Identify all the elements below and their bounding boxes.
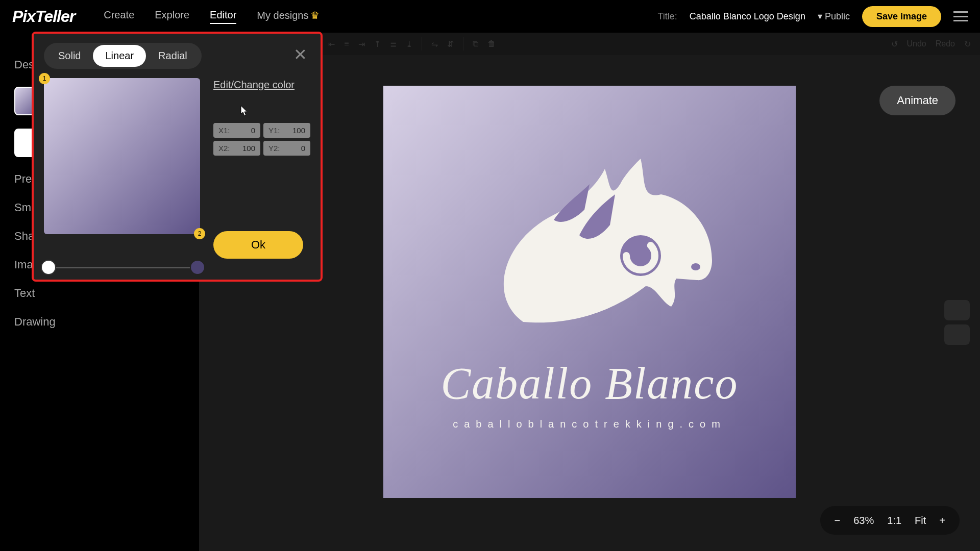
zoom-bar: − 63% 1:1 Fit + (820, 506, 960, 535)
horse-logo (457, 154, 722, 337)
popover-body: 1 2 Edit/Change color X1:0 Y1:100 X2:100… (44, 78, 310, 259)
sidebar-item-text[interactable]: Text (14, 287, 185, 300)
align-vcenter-icon[interactable]: ≣ (390, 39, 397, 49)
coord-y2-value: 0 (301, 144, 305, 153)
redo-label[interactable]: Redo (936, 39, 955, 48)
gradient-stop-1[interactable]: 1 (39, 73, 50, 84)
ok-button[interactable]: Ok (213, 231, 303, 259)
animate-button[interactable]: Animate (879, 86, 955, 115)
gradient-slider[interactable] (44, 267, 202, 268)
copy-icon[interactable]: ⧉ (473, 39, 478, 48)
gradient-popover: Solid Linear Radial ✕ 1 2 Edit/Change co… (32, 32, 323, 282)
zoom-percent[interactable]: 63% (853, 515, 874, 527)
side-panel-add2[interactable] (944, 324, 970, 345)
align-bottom-icon[interactable]: ⤓ (406, 39, 412, 49)
gradient-slider-handle-start[interactable] (41, 260, 56, 275)
gradient-stop-2[interactable]: 2 (194, 228, 205, 239)
save-button[interactable]: Save image (862, 6, 941, 27)
crown-icon: ♛ (310, 10, 320, 21)
side-panel-add[interactable] (944, 300, 970, 320)
nav-mydesigns[interactable]: My designs♛ (257, 9, 320, 24)
coord-y1[interactable]: Y1:100 (263, 123, 310, 138)
svg-point-1 (691, 263, 700, 270)
undo-label[interactable]: Undo (907, 39, 926, 48)
brand-name-text: Caballo Blanco (441, 358, 739, 409)
tab-radial[interactable]: Radial (146, 45, 200, 67)
trash-icon[interactable]: 🗑 (487, 39, 496, 48)
coord-x2-value: 100 (242, 144, 255, 153)
align-top-icon[interactable]: ⤒ (374, 39, 381, 49)
menu-icon[interactable] (953, 11, 968, 21)
doc-title-value[interactable]: Caballo Blanco Logo Design (690, 11, 805, 22)
nav-editor[interactable]: Editor (210, 9, 236, 24)
zoom-minus[interactable]: − (835, 515, 841, 527)
align-left-icon[interactable]: ⇤ (328, 39, 335, 49)
coord-grid: X1:0 Y1:100 X2:100 Y2:0 (213, 123, 310, 156)
flip-h-icon[interactable]: ⇋ (431, 39, 438, 49)
coord-x1-label: X1: (218, 126, 230, 135)
tab-solid[interactable]: Solid (46, 45, 93, 67)
nav-create[interactable]: Create (104, 9, 134, 24)
right-side-panels (944, 300, 970, 345)
popover-right-col: Edit/Change color X1:0 Y1:100 X2:100 Y2:… (213, 78, 310, 259)
top-nav: PixTeller Create Explore Editor My desig… (0, 0, 980, 33)
coord-x2[interactable]: X2:100 (213, 141, 260, 156)
flip-v-icon[interactable]: ⇵ (447, 39, 454, 49)
coord-x2-label: X2: (218, 144, 230, 153)
zoom-fit[interactable]: Fit (915, 515, 926, 527)
brand-url-text: caballoblancotrekking.com (453, 418, 726, 430)
nav-mydesigns-label: My designs (257, 10, 308, 21)
coord-x1[interactable]: X1:0 (213, 123, 260, 138)
topbar-right: Title: Caballo Blanco Logo Design ▾ Publ… (657, 6, 968, 27)
close-icon[interactable]: ✕ (293, 45, 307, 64)
design-canvas[interactable]: Caballo Blanco caballoblancotrekking.com (383, 86, 796, 498)
logo: PixTeller (12, 7, 75, 26)
nav-explore[interactable]: Explore (155, 9, 189, 24)
align-right-icon[interactable]: ⇥ (358, 39, 365, 49)
gradient-preview[interactable]: 1 2 (44, 78, 200, 234)
sidebar-item-drawing[interactable]: Drawing (14, 315, 185, 329)
redo-icon[interactable]: ↻ (964, 39, 971, 49)
align-hcenter-icon[interactable]: ≡ (344, 39, 349, 48)
gradient-type-tabs: Solid Linear Radial (44, 43, 202, 69)
coord-y1-label: Y1: (268, 126, 280, 135)
tab-linear[interactable]: Linear (93, 45, 146, 67)
zoom-ratio[interactable]: 1:1 (887, 515, 901, 527)
coord-y1-value: 100 (292, 126, 305, 135)
nav-links: Create Explore Editor My designs♛ (104, 9, 320, 24)
edit-change-color-link[interactable]: Edit/Change color (213, 78, 295, 91)
gradient-slider-handle-end[interactable] (190, 260, 205, 275)
coord-y2[interactable]: Y2:0 (263, 141, 310, 156)
coord-x1-value: 0 (251, 126, 255, 135)
visibility-toggle[interactable]: ▾ Public (818, 11, 850, 22)
undo-icon[interactable]: ↺ (891, 39, 898, 49)
zoom-plus[interactable]: + (939, 515, 945, 527)
doc-title-label: Title: (657, 11, 677, 22)
visibility-label: Public (825, 11, 850, 21)
cursor-pointer-icon (238, 105, 335, 121)
coord-y2-label: Y2: (268, 144, 280, 153)
